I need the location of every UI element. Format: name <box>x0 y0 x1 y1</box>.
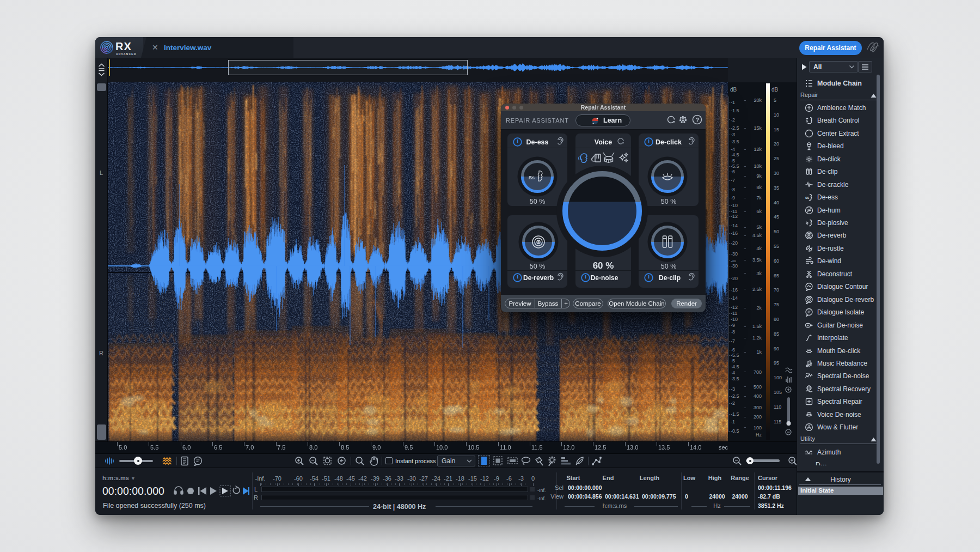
svg-text:ss: ss <box>805 196 810 199</box>
svg-text:?: ? <box>695 117 699 123</box>
svg-text:Ss: Ss <box>529 175 535 180</box>
